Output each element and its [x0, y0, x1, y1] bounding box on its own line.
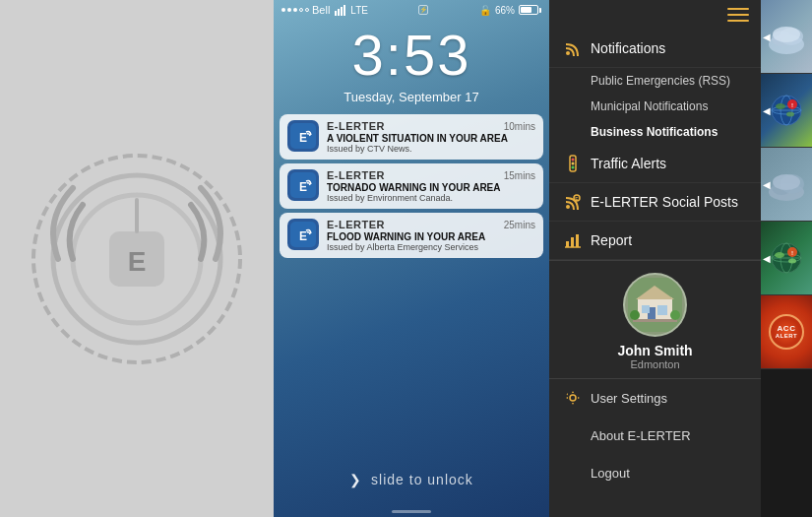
battery-fill — [521, 7, 531, 13]
hamburger-menu-button[interactable] — [727, 8, 749, 22]
lte-bars — [335, 5, 345, 16]
menu-logout[interactable]: Logout — [549, 454, 761, 491]
battery-percent: 66% — [495, 5, 515, 16]
slide-arrow-icon: ❯ — [349, 472, 362, 487]
home-indicator — [392, 510, 431, 513]
thumbnail-1[interactable]: ◀ — [761, 0, 812, 74]
signal-dot-4 — [299, 8, 303, 12]
logout-label: Logout — [591, 466, 630, 481]
svg-point-49 — [773, 174, 800, 190]
svg-text:!: ! — [791, 102, 793, 108]
thumbnail-4[interactable]: ◀ ! — [761, 222, 812, 295]
signal-dot-5 — [305, 8, 309, 12]
svg-rect-22 — [576, 234, 579, 247]
svg-text:E: E — [128, 246, 147, 277]
menu-bottom-items: User Settings About E-LERTER Logout — [549, 379, 761, 491]
slide-to-unlock[interactable]: ❯ slide to unlock — [274, 472, 549, 487]
chart-icon — [563, 230, 583, 250]
notif-subtitle-2: Issued by Environment Canada. — [327, 193, 535, 203]
svg-point-12 — [566, 51, 570, 55]
notif-content-1: E-LERTER 10mins A VIOLENT SITUATION IN Y… — [327, 120, 535, 154]
svg-point-55 — [788, 259, 796, 264]
menu-sub-business[interactable]: Business Notifications — [549, 119, 761, 145]
svg-rect-20 — [566, 241, 569, 247]
phone-time: 3:53 — [274, 20, 549, 90]
slide-text: slide to unlock — [371, 472, 473, 487]
thumbnail-2[interactable]: ◀ ! — [761, 74, 812, 148]
menu-item-social[interactable]: E E-LERTER Social Posts — [549, 183, 761, 222]
svg-point-32 — [670, 310, 680, 320]
menu-item-notifications[interactable]: Notifications — [549, 30, 761, 68]
signal-dot-3 — [293, 8, 297, 12]
notif-icon-1: E — [287, 120, 319, 152]
notification-card-1[interactable]: E E-LERTER 10mins A VIOLENT SITUATION IN… — [280, 114, 543, 160]
menu-sub-public-emergencies[interactable]: Public Emergencies (RSS) — [549, 68, 761, 94]
phone-panel: Bell LTE ⚡ 🔓 66% 3:53 Tuesday, Septem — [274, 0, 549, 517]
notif-header-2: E-LERTER 15mins — [327, 169, 535, 181]
notification-card-2[interactable]: E E-LERTER 15mins TORNADO WARNING IN YOU… — [280, 163, 543, 209]
svg-rect-21 — [571, 237, 574, 247]
social-label: E-LERTER Social Posts — [591, 194, 738, 210]
lock-icon: 🔓 — [479, 5, 491, 16]
battery-body — [519, 5, 538, 15]
traffic-label: Traffic Alerts — [591, 156, 666, 171]
thumbnail-3[interactable]: ◀ — [761, 148, 812, 222]
lte-bar-2 — [338, 9, 340, 16]
notif-app-1: E-LERTER — [327, 120, 385, 132]
notif-time-2: 15mins — [504, 170, 535, 181]
svg-point-15 — [572, 162, 575, 165]
hamburger-line-1 — [727, 8, 749, 10]
menu-about[interactable]: About E-LERTER — [549, 417, 761, 454]
user-avatar — [623, 273, 687, 337]
menu-item-report[interactable]: Report — [549, 222, 761, 260]
svg-text:E: E — [299, 229, 307, 243]
gear-icon — [563, 388, 583, 408]
notification-card-3[interactable]: E E-LERTER 25mins FLOOD WARNING IN YOUR … — [280, 213, 543, 258]
about-icon — [563, 425, 583, 445]
notif-app-3: E-LERTER — [327, 219, 385, 230]
hamburger-line-2 — [727, 14, 749, 16]
notif-time-1: 10mins — [504, 121, 535, 132]
logo-panel: E — [0, 0, 274, 517]
thumbnail-5[interactable]: ACC ALERT — [761, 295, 812, 369]
signal-strength — [281, 8, 309, 12]
status-left: Bell LTE — [281, 4, 368, 16]
chevron-left-icon-4: ◀ — [763, 253, 771, 264]
notif-content-3: E-LERTER 25mins FLOOD WARNING IN YOUR AR… — [327, 219, 535, 252]
menu-panel: Notifications Public Emergencies (RSS) M… — [549, 0, 761, 517]
notif-title-2: TORNADO WARNING IN YOUR AREA — [327, 182, 535, 193]
battery-indicator — [519, 5, 541, 15]
right-thumbnails-panel: ◀ ◀ ! — [761, 0, 812, 517]
notif-time-3: 25mins — [504, 220, 535, 230]
logout-icon — [563, 463, 583, 483]
svg-point-17 — [566, 205, 570, 209]
notif-header-3: E-LERTER 25mins — [327, 219, 535, 230]
traffic-icon — [563, 154, 583, 173]
notif-subtitle-1: Issued by CTV News. — [327, 144, 535, 154]
status-bar: Bell LTE ⚡ 🔓 66% — [274, 0, 549, 20]
signal-dot-2 — [287, 8, 291, 12]
social-rss-icon: E — [563, 192, 583, 212]
elerter-icon-1: E — [290, 123, 316, 149]
svg-rect-29 — [642, 305, 650, 313]
hamburger-line-3 — [727, 20, 749, 22]
notifications-label: Notifications — [591, 40, 665, 56]
lte-bar-1 — [335, 11, 337, 16]
elerter-logo: E — [29, 151, 245, 367]
profile-location: Edmonton — [630, 358, 679, 370]
svg-rect-28 — [657, 305, 667, 315]
menu-header — [549, 0, 761, 30]
svg-point-54 — [775, 252, 784, 258]
menu-sub-municipal[interactable]: Municipal Notifications — [549, 94, 761, 119]
svg-point-33 — [570, 395, 576, 401]
notif-title-1: A VIOLENT SITUATION IN YOUR AREA — [327, 133, 535, 144]
status-right: 🔓 66% — [479, 5, 541, 16]
elerter-icon-3: E — [290, 222, 316, 247]
signal-dot-1 — [281, 8, 285, 12]
svg-rect-30 — [633, 319, 677, 322]
svg-point-42 — [776, 103, 785, 109]
menu-item-traffic[interactable]: Traffic Alerts — [549, 145, 761, 183]
notif-title-3: FLOOD WARNING IN YOUR AREA — [327, 231, 535, 242]
charging-bolt: ⚡ — [418, 5, 428, 15]
menu-user-settings[interactable]: User Settings — [549, 379, 761, 417]
